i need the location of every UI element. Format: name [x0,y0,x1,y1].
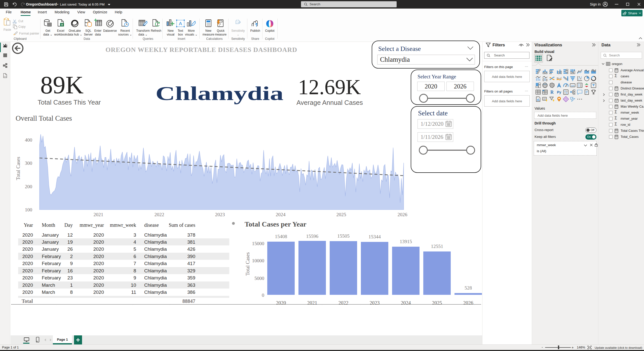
svg-text:Py: Py [557,90,561,94]
svg-text:R: R [550,90,554,95]
svg-text:DAX: DAX [4,76,7,77]
svg-text:X: X [61,23,63,26]
svg-text:123: 123 [571,85,575,87]
svg-text:123: 123 [543,98,546,100]
svg-text:A: A [179,21,182,26]
